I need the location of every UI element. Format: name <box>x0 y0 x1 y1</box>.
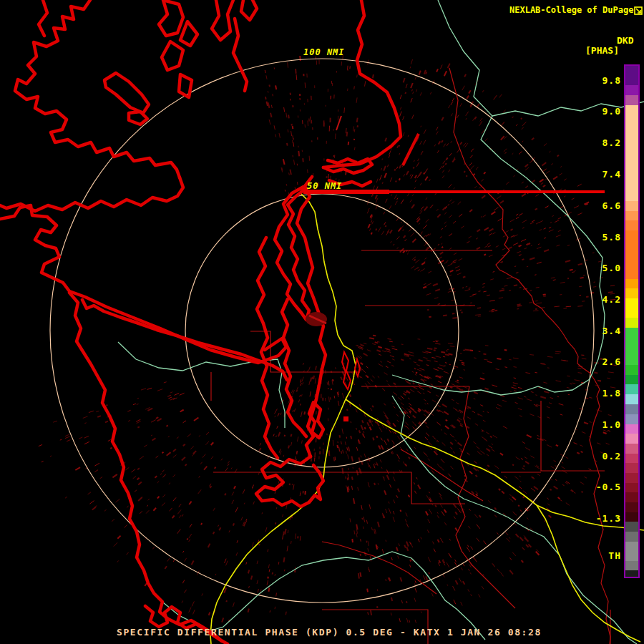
color-scale-segment <box>625 95 638 105</box>
color-scale-segment <box>625 394 638 404</box>
coastline-lines <box>0 0 401 644</box>
color-scale-tick-label: TH <box>591 550 621 561</box>
color-scale-tick-label: 1.8 <box>591 388 621 399</box>
color-scale-segment <box>625 502 638 512</box>
color-scale-segment <box>625 365 638 375</box>
color-scale-tick-label: 0.2 <box>591 451 621 462</box>
units-label: [PHAS] <box>585 45 619 56</box>
radar-map <box>0 0 644 644</box>
color-scale-segment <box>625 279 638 288</box>
color-scale-segment <box>625 414 638 424</box>
color-scale-tick-label: -0.5 <box>591 482 621 492</box>
app-title: NEXLAB-College of DuPage <box>509 5 633 15</box>
color-scale-segment <box>625 522 638 532</box>
color-scale-segment <box>625 454 638 463</box>
color-scale-segment <box>625 288 638 298</box>
range-ring-label-50nmi: 50 NMI <box>307 181 342 191</box>
color-scale-segment <box>625 492 638 502</box>
color-scale-tick-label: 7.4 <box>591 169 621 180</box>
color-scale-segment <box>625 220 638 230</box>
color-scale-bar <box>624 64 640 578</box>
color-scale-tick-label: 1.0 <box>591 419 621 430</box>
color-scale-segment <box>625 434 638 444</box>
color-scale-segment <box>625 532 638 542</box>
color-scale-segment <box>625 105 638 201</box>
product-code-label: DKD <box>617 35 633 46</box>
color-scale-tick-label: 9.0 <box>591 106 621 117</box>
color-scale-tick-label: 8.2 <box>591 137 621 148</box>
color-scale-segment <box>625 512 638 522</box>
color-scale-tick-label: 5.8 <box>591 232 621 243</box>
color-scale-segment <box>625 444 638 454</box>
color-scale-tick-label: 3.4 <box>591 326 621 336</box>
color-scale-segment <box>625 298 638 318</box>
color-scale-segment <box>625 561 638 570</box>
color-scale-segment <box>625 211 638 220</box>
color-scale-segment <box>625 483 638 492</box>
color-scale-segment <box>625 318 638 328</box>
color-scale-segment <box>625 404 638 414</box>
dupage-logo-icon <box>634 4 643 13</box>
color-scale-tick-label: 6.6 <box>591 200 621 211</box>
color-scale-segment <box>625 328 638 365</box>
color-scale-segment <box>625 424 638 434</box>
color-scale-segment <box>625 85 638 95</box>
color-scale-tick-label: 2.6 <box>591 356 621 367</box>
color-scale-segment <box>625 201 638 211</box>
color-scale-tick-label: 4.2 <box>591 294 621 305</box>
color-scale-segment <box>625 230 638 279</box>
color-scale-segment <box>625 375 638 384</box>
radar-viewer-screen: NEXLAB-College of DuPage DKD [PHAS] 9.89… <box>0 0 644 644</box>
river-lines <box>118 0 644 644</box>
color-scale-tick-label: -1.3 <box>591 513 621 524</box>
status-bar-text: SPECIFIC DIFFERENTIAL PHASE (KDP) 0.5 DE… <box>117 627 542 638</box>
range-ring-label-100nmi: 100 NMI <box>303 47 345 57</box>
color-scale-tick-label: 9.8 <box>591 75 621 86</box>
color-scale-segment <box>625 384 638 394</box>
radar-return-speckle <box>39 54 617 623</box>
color-scale-tick-label: 5.0 <box>591 263 621 273</box>
color-scale-segment <box>625 473 638 483</box>
color-scale-segment <box>625 463 638 473</box>
color-scale-segment <box>625 66 638 85</box>
color-scale-segment <box>625 570 638 577</box>
color-scale-segment <box>625 542 638 561</box>
